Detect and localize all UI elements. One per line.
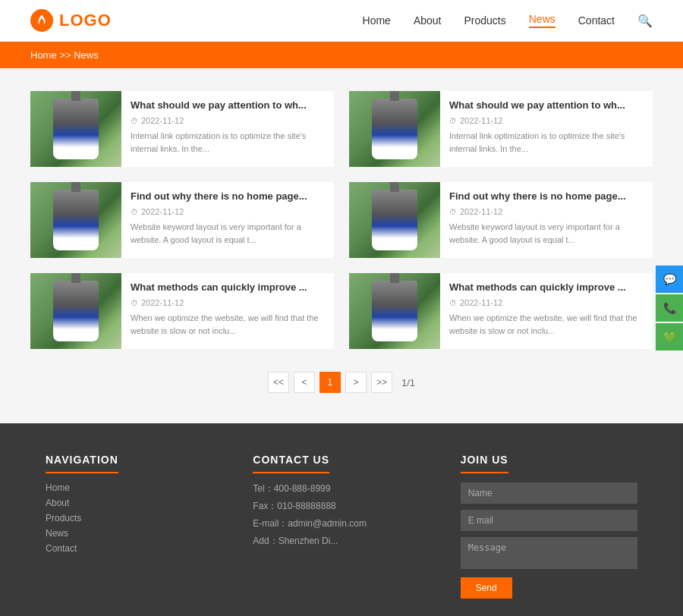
news-image-2 bbox=[349, 91, 440, 167]
footer-email: E-mail：admin@admin.com bbox=[253, 517, 430, 530]
news-card-6[interactable]: What methods can quickly improve ... 202… bbox=[349, 273, 653, 349]
news-content-3: Find out why there is no home page... 20… bbox=[121, 182, 334, 258]
nav-contact[interactable]: Contact bbox=[578, 14, 615, 27]
breadcrumb-home[interactable]: Home bbox=[30, 49, 57, 61]
news-title-4: Find out why there is no home page... bbox=[449, 190, 644, 203]
news-card-4[interactable]: Find out why there is no home page... 20… bbox=[349, 182, 653, 258]
news-card-5[interactable]: What methods can quickly improve ... 202… bbox=[30, 273, 334, 349]
news-excerpt-6: When we optimize the website, we will fi… bbox=[449, 312, 644, 337]
news-date-4: 2022-11-12 bbox=[449, 207, 644, 216]
side-whatsapp-icon[interactable]: 💬 bbox=[656, 266, 683, 293]
pagination-current[interactable]: 1 bbox=[319, 372, 341, 393]
footer-nav-news[interactable]: News bbox=[46, 528, 222, 539]
news-card-2[interactable]: What should we pay attention to wh... 20… bbox=[349, 91, 653, 167]
main-nav: Home About Products News Contact 🔍 bbox=[363, 13, 653, 28]
pagination-prev[interactable]: < bbox=[294, 372, 315, 393]
breadcrumb-current: News bbox=[74, 49, 99, 61]
footer-fax: Fax：010-88888888 bbox=[253, 500, 430, 513]
news-image-6 bbox=[349, 273, 440, 349]
news-image-1 bbox=[30, 91, 121, 167]
join-name-input[interactable] bbox=[461, 482, 637, 504]
news-excerpt-1: Internal link optimization is to optimiz… bbox=[131, 130, 325, 155]
nav-home[interactable]: Home bbox=[363, 14, 391, 27]
news-date-2: 2022-11-12 bbox=[449, 116, 644, 125]
footer-nav-home[interactable]: Home bbox=[46, 482, 222, 493]
news-content-6: What methods can quickly improve ... 202… bbox=[440, 273, 653, 349]
footer-nav-title: NAVIGATION bbox=[46, 454, 118, 473]
nav-products[interactable]: Products bbox=[464, 14, 505, 27]
footer-nav-contact[interactable]: Contact bbox=[46, 543, 222, 554]
news-content-5: What methods can quickly improve ... 202… bbox=[121, 273, 334, 349]
news-excerpt-4: Website keyword layout is very important… bbox=[449, 221, 644, 246]
pagination-info: 1/1 bbox=[401, 377, 415, 388]
news-image-4 bbox=[349, 182, 440, 258]
footer-nav-about[interactable]: About bbox=[46, 498, 222, 508]
news-title-3: Find out why there is no home page... bbox=[131, 190, 325, 203]
news-image-3 bbox=[30, 182, 121, 258]
search-button[interactable]: 🔍 bbox=[637, 14, 653, 28]
footer-contact: CONTACT US Tel：400-888-8999 Fax：010-8888… bbox=[253, 454, 430, 599]
news-title-2: What should we pay attention to wh... bbox=[449, 99, 644, 112]
logo-area: LOGO bbox=[30, 9, 112, 32]
footer-nav-products[interactable]: Products bbox=[46, 513, 222, 523]
news-grid: What should we pay attention to wh... 20… bbox=[30, 91, 653, 349]
logo-icon bbox=[30, 9, 53, 32]
breadcrumb-bar: Home >> News bbox=[0, 42, 683, 68]
side-contact-icons: 💬 📞 💚 bbox=[656, 266, 683, 350]
news-card-3[interactable]: Find out why there is no home page... 20… bbox=[30, 182, 334, 258]
news-date-1: 2022-11-12 bbox=[131, 116, 325, 125]
news-date-3: 2022-11-12 bbox=[131, 207, 325, 216]
footer-tel: Tel：400-888-8999 bbox=[253, 482, 430, 495]
main-content: What should we pay attention to wh... 20… bbox=[15, 91, 668, 393]
footer-top: NAVIGATION Home About Products News Cont… bbox=[46, 454, 637, 599]
breadcrumb-separator: >> bbox=[59, 49, 71, 61]
side-wechat-icon[interactable]: 💚 bbox=[656, 323, 683, 350]
flame-icon bbox=[35, 14, 49, 27]
news-excerpt-2: Internal link optimization is to optimiz… bbox=[449, 130, 644, 155]
logo-text: LOGO bbox=[59, 11, 112, 30]
footer-navigation: NAVIGATION Home About Products News Cont… bbox=[46, 454, 222, 599]
news-date-6: 2022-11-12 bbox=[449, 298, 644, 307]
news-title-1: What should we pay attention to wh... bbox=[131, 99, 325, 112]
join-message-input[interactable] bbox=[461, 537, 637, 569]
pagination-first[interactable]: << bbox=[268, 372, 289, 393]
news-excerpt-3: Website keyword layout is very important… bbox=[131, 221, 325, 246]
nav-news[interactable]: News bbox=[529, 13, 556, 28]
news-image-5 bbox=[30, 273, 121, 349]
news-content-1: What should we pay attention to wh... 20… bbox=[121, 91, 334, 167]
pagination-next[interactable]: > bbox=[345, 372, 367, 393]
footer-addr: Add：Shenzhen Di... bbox=[253, 535, 430, 548]
footer: NAVIGATION Home About Products News Cont… bbox=[0, 423, 683, 616]
footer-join-title: JOIN US bbox=[461, 454, 508, 473]
news-date-5: 2022-11-12 bbox=[131, 298, 325, 307]
pagination-last[interactable]: >> bbox=[371, 372, 392, 393]
news-card-1[interactable]: What should we pay attention to wh... 20… bbox=[30, 91, 334, 167]
join-email-input[interactable] bbox=[461, 510, 637, 531]
footer-contact-title: CONTACT US bbox=[253, 454, 329, 473]
join-send-button[interactable]: Send bbox=[461, 577, 512, 599]
side-skype-icon[interactable]: 📞 bbox=[656, 294, 683, 322]
news-excerpt-5: When we optimize the website, we will fi… bbox=[131, 312, 325, 337]
news-title-5: What methods can quickly improve ... bbox=[131, 281, 325, 294]
nav-about[interactable]: About bbox=[414, 14, 442, 27]
footer-join: JOIN US Send bbox=[461, 454, 637, 599]
news-title-6: What methods can quickly improve ... bbox=[449, 281, 644, 294]
header: LOGO Home About Products News Contact 🔍 bbox=[0, 0, 683, 42]
pagination: << < 1 > >> 1/1 bbox=[30, 372, 653, 393]
news-content-4: Find out why there is no home page... 20… bbox=[440, 182, 653, 258]
news-content-2: What should we pay attention to wh... 20… bbox=[440, 91, 653, 167]
